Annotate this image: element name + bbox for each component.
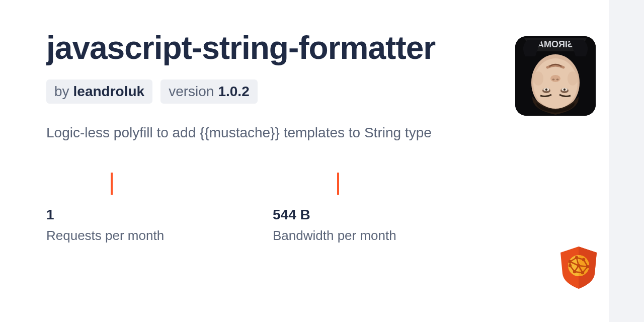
svg-point-19 [586,265,589,268]
metadata-chips: by leandroluk version 1.0.2 [46,79,589,104]
svg-point-18 [582,258,585,261]
stat-label: Bandwidth per month [273,228,396,244]
sparkline-icon [111,173,113,195]
svg-point-23 [577,264,580,267]
package-title: javascript-string-formatter [46,30,499,65]
stat-label: Requests per month [46,228,164,244]
author-name: leandroluk [73,84,145,100]
svg-point-17 [575,256,578,259]
stats-row: 1 Requests per month 544 B Bandwidth per… [46,173,499,244]
svg-point-11 [552,78,555,80]
stat-value: 544 B [273,207,310,223]
sparkline-icon [337,173,339,195]
version-number: 1.0.2 [218,84,249,100]
svg-text:SIROMA: SIROMA [537,39,574,49]
version-prefix: version [169,84,214,100]
stat-requests: 1 Requests per month [46,173,273,244]
svg-point-20 [581,271,584,274]
svg-point-14 [568,71,578,86]
version-chip[interactable]: version 1.0.2 [160,79,258,104]
svg-point-16 [569,260,572,263]
author-prefix: by [54,84,69,100]
svg-point-21 [573,270,576,273]
svg-point-12 [556,78,559,80]
svg-point-22 [569,264,572,267]
jsdelivr-logo-icon [558,246,599,290]
svg-point-10 [550,75,560,82]
stat-bandwidth: 544 B Bandwidth per month [273,173,499,244]
stat-value: 1 [46,207,54,223]
package-card: javascript-string-formatter by leandrolu… [46,30,589,244]
svg-point-8 [545,89,547,91]
avatar[interactable]: SIROMA [515,36,596,116]
right-sidebar-strip [609,0,644,322]
svg-point-13 [533,71,543,86]
package-description: Logic-less polyfill to add {{mustache}} … [46,122,459,144]
svg-point-9 [564,89,566,91]
author-chip[interactable]: by leandroluk [46,79,152,104]
